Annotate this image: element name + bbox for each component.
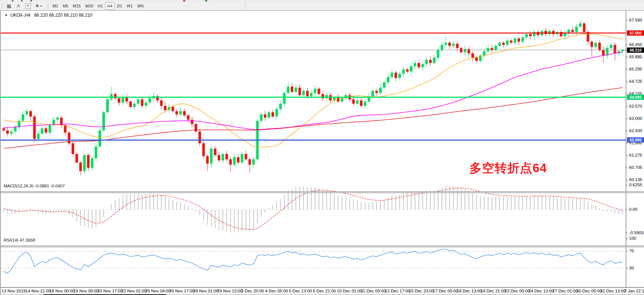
candle-body <box>448 43 451 46</box>
candle-body <box>579 23 582 27</box>
time-tick-label: 24 Dec 13:00 <box>528 289 554 293</box>
macd-tick-label: -0.5903 <box>629 230 644 235</box>
mt4-window: ▦FAT❖▾ M1M5M15M30H1H4D1W1MN ▼ UKOil-,H4 … <box>0 0 644 295</box>
candle-body <box>402 69 405 74</box>
candle-body <box>3 128 5 131</box>
candle-body <box>218 155 220 160</box>
timeframe-button-m5[interactable]: M5 <box>61 2 71 10</box>
macd-tick-label: 0.00 <box>629 207 637 212</box>
candle-body <box>160 101 163 106</box>
chart-ohlc-header: ▼ UKOil-,H4 66.220 66.220 66.210 66.210 <box>4 13 92 18</box>
price-tick-label: 60.705 <box>629 165 642 170</box>
candle-body <box>306 91 309 96</box>
candle-body <box>575 27 578 32</box>
timeframe-button-mn[interactable]: MN <box>135 2 146 10</box>
pane-separator-macd[interactable] <box>1 191 644 193</box>
chart-dropdown-icon[interactable]: ▼ <box>4 13 8 17</box>
chart-window: ▼ UKOil-,H4 66.220 66.220 66.210 66.210 … <box>0 10 644 295</box>
candle-body <box>260 114 263 121</box>
candle-body <box>468 49 470 53</box>
time-tick-label: 19 Dec 21:00 <box>481 289 506 293</box>
candle-body <box>371 91 374 96</box>
price-tick-label: 67.590 <box>629 18 642 22</box>
candle-body <box>564 33 566 36</box>
candle-body <box>510 40 513 43</box>
timeframe-button-m30[interactable]: M30 <box>83 2 95 10</box>
candle-body <box>206 156 209 164</box>
ohlc-values: 66.220 66.220 66.210 66.210 <box>34 13 92 18</box>
candle-body <box>241 154 243 163</box>
candle-body <box>360 101 362 106</box>
candle-body <box>410 66 413 71</box>
timeframe-button-h4[interactable]: H4 <box>105 2 115 10</box>
candle-body <box>118 98 120 103</box>
candle-body <box>45 128 47 133</box>
timeframe-button-m15[interactable]: M15 <box>71 2 83 10</box>
artifact-mark-green <box>205 0 207 1</box>
candle-body <box>83 155 86 171</box>
price-tick-label: 61.275 <box>629 153 642 157</box>
time-tick-label: 25 Nov 04:00 <box>145 289 170 293</box>
price-badge-64.000: 64.000 <box>627 95 644 100</box>
candle-body <box>287 86 289 93</box>
artifact-mark <box>30 0 32 1</box>
time-tick-label: 26 Nov 17:00 <box>169 289 195 293</box>
timeframe-button-h1[interactable]: H1 <box>95 2 105 10</box>
candle-body <box>483 51 485 56</box>
candle-body <box>494 46 497 50</box>
candle-body <box>26 111 28 115</box>
candle-body <box>567 30 570 33</box>
chart-grid-tool-suffix: F <box>10 6 12 9</box>
candle-body <box>279 104 282 109</box>
candle-body <box>460 48 462 52</box>
macd-tick-label: 0.6255 <box>629 183 642 187</box>
timeframe-button-w1[interactable]: W1 <box>124 2 135 10</box>
chart-grid-tool-button[interactable]: ▦F <box>4 2 14 10</box>
candle-body <box>79 163 82 171</box>
objects-tool-caret-icon[interactable]: ▾ <box>40 4 42 8</box>
candle-body <box>233 157 236 165</box>
candle-body <box>521 37 524 42</box>
artifact-mark-red <box>183 0 185 1</box>
candle-body <box>456 44 459 48</box>
candle-body <box>72 143 74 154</box>
candle-body <box>95 147 97 158</box>
rsi-line <box>4 249 622 273</box>
candle-body <box>379 88 382 93</box>
timeframe-button-d1[interactable]: D1 <box>115 2 124 10</box>
candle-body <box>583 23 585 32</box>
candle-body <box>452 44 455 46</box>
time-axis[interactable]: 13 Nov 201914 Nov 21:0018 Nov 00:0019 No… <box>1 287 644 295</box>
candle-body <box>133 104 136 107</box>
price-badge-67.000: 67.000 <box>627 30 644 36</box>
candle-body <box>598 43 601 50</box>
candle-body <box>175 111 178 115</box>
candle-body <box>310 93 313 96</box>
symbol-timeframe-label: UKOil-,H4 <box>10 13 30 18</box>
timeframe-toolbar-drag-handle[interactable] <box>47 3 49 9</box>
text-label-tool-button[interactable]: T <box>23 2 33 10</box>
candle-body <box>529 34 531 36</box>
candle-body <box>129 102 132 107</box>
chart-canvas[interactable] <box>1 11 644 295</box>
objects-tool-button[interactable]: ❖▾ <box>33 2 44 10</box>
timeframe-button-m1[interactable]: M1 <box>50 2 60 10</box>
pane-separator-rsi[interactable] <box>1 246 644 247</box>
chart-annotation-text[interactable]: 多空转折点64 <box>469 160 547 177</box>
candle-body <box>314 89 316 93</box>
candle-body <box>437 50 439 58</box>
cursor-tool-button[interactable]: A <box>14 2 23 10</box>
text-label-tool-icon: T <box>25 3 31 9</box>
time-tick-label: 11 Dec 09:00 <box>361 289 386 293</box>
rsi-pane-plot <box>1 249 626 273</box>
artifact-mark <box>21 0 23 1</box>
candle-body <box>10 131 13 134</box>
candle-body <box>506 40 508 45</box>
candle-body <box>264 114 266 118</box>
candle-body <box>394 73 397 78</box>
price-tick-label: 63.000 <box>629 116 642 121</box>
candle-body <box>214 149 217 155</box>
candle-body <box>414 63 416 66</box>
main-toolbar: ▦FAT❖▾ M1M5M15M30H1H4D1W1MN <box>0 2 644 10</box>
toolbar-drag-handle[interactable] <box>1 3 3 9</box>
